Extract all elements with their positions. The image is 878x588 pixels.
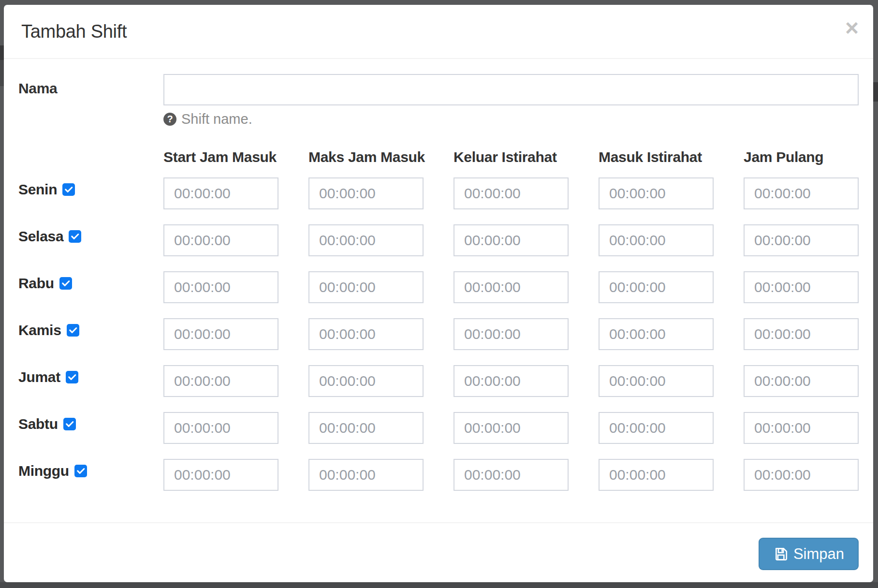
time-input[interactable]	[163, 365, 278, 397]
time-input[interactable]	[454, 459, 569, 491]
check-icon	[68, 325, 78, 335]
nama-field-wrap: ? Shift name.	[163, 74, 859, 127]
time-input[interactable]	[599, 365, 714, 397]
col-header-keluar-istirahat: Keluar Istirahat	[454, 148, 569, 166]
time-input[interactable]	[308, 177, 424, 209]
time-input[interactable]	[308, 459, 424, 491]
time-input[interactable]	[163, 224, 278, 256]
time-input[interactable]	[163, 412, 278, 444]
day-row: Rabu	[18, 271, 859, 303]
check-icon	[61, 279, 71, 288]
help-text: Shift name.	[181, 111, 252, 127]
day-checkbox[interactable]	[74, 465, 87, 477]
day-checkbox[interactable]	[62, 183, 75, 196]
col-header-start-jam-masuk: Start Jam Masuk	[163, 148, 278, 166]
modal-backdrop: Tambah Shift × Nama ? Shift name. Start …	[0, 0, 878, 588]
time-input[interactable]	[744, 224, 859, 256]
time-input[interactable]	[599, 271, 714, 303]
floppy-disk-icon	[773, 546, 789, 562]
day-cell: Minggu	[18, 459, 133, 479]
simpan-button-label: Simpan	[793, 545, 844, 563]
time-input[interactable]	[454, 224, 569, 256]
day-row: Selasa	[18, 224, 859, 256]
col-header-jam-pulang: Jam Pulang	[744, 148, 859, 166]
day-checkbox[interactable]	[69, 230, 81, 243]
time-input[interactable]	[163, 459, 278, 491]
day-label: Kamis	[18, 322, 61, 338]
day-checkbox[interactable]	[66, 371, 78, 383]
col-header-masuk-istirahat: Masuk Istirahat	[599, 148, 714, 166]
day-checkbox[interactable]	[59, 277, 72, 290]
name-form-row: Nama ? Shift name.	[18, 74, 859, 127]
time-input[interactable]	[454, 318, 569, 350]
time-input[interactable]	[454, 177, 569, 209]
day-label: Minggu	[18, 463, 69, 479]
time-input[interactable]	[163, 271, 278, 303]
page-behind-fragment	[0, 60, 4, 86]
shift-name-input[interactable]	[163, 74, 859, 105]
time-input[interactable]	[308, 271, 424, 303]
time-input[interactable]	[599, 318, 714, 350]
time-input[interactable]	[308, 224, 424, 256]
day-row: Sabtu	[18, 412, 859, 444]
day-row: Jumat	[18, 365, 859, 397]
time-input[interactable]	[454, 271, 569, 303]
day-column-spacer	[18, 148, 133, 166]
time-input[interactable]	[308, 318, 424, 350]
check-icon	[67, 372, 77, 382]
day-cell: Selasa	[18, 224, 133, 245]
time-input[interactable]	[744, 177, 859, 209]
time-input[interactable]	[454, 412, 569, 444]
page-behind-fragment	[0, 45, 4, 60]
day-label: Rabu	[18, 275, 54, 292]
time-input[interactable]	[599, 412, 714, 444]
time-input[interactable]	[744, 318, 859, 350]
modal-body: Nama ? Shift name. Start Jam Masuk Maks …	[4, 59, 873, 491]
day-cell: Kamis	[18, 318, 133, 338]
time-input[interactable]	[599, 177, 714, 209]
question-circle-icon: ?	[163, 113, 176, 126]
day-cell: Rabu	[18, 271, 133, 292]
day-cell: Senin	[18, 177, 133, 198]
nama-label: Nama	[18, 74, 163, 127]
day-rows: Senin Selasa	[18, 177, 859, 491]
time-input[interactable]	[744, 459, 859, 491]
day-label: Jumat	[18, 369, 60, 385]
modal-header: Tambah Shift ×	[4, 5, 873, 59]
check-icon	[76, 466, 86, 476]
time-input[interactable]	[454, 365, 569, 397]
day-row: Senin	[18, 177, 859, 209]
time-input[interactable]	[744, 365, 859, 397]
day-label: Selasa	[18, 228, 63, 245]
day-checkbox[interactable]	[67, 324, 79, 337]
check-icon	[65, 419, 74, 429]
time-input[interactable]	[599, 224, 714, 256]
time-input[interactable]	[308, 365, 424, 397]
col-header-maks-jam-masuk: Maks Jam Masuk	[308, 148, 424, 166]
page-behind-fragment	[873, 82, 878, 102]
tambah-shift-modal: Tambah Shift × Nama ? Shift name. Start …	[4, 5, 873, 582]
modal-title: Tambah Shift	[21, 21, 127, 42]
time-input[interactable]	[744, 271, 859, 303]
close-icon[interactable]: ×	[845, 16, 859, 40]
day-row: Minggu	[18, 459, 859, 491]
time-input[interactable]	[163, 177, 278, 209]
help-block: ? Shift name.	[163, 111, 859, 127]
modal-footer: Simpan	[4, 522, 873, 585]
check-icon	[70, 232, 80, 241]
day-cell: Jumat	[18, 365, 133, 385]
time-input[interactable]	[163, 318, 278, 350]
check-icon	[64, 185, 73, 194]
time-input[interactable]	[308, 412, 424, 444]
day-label: Sabtu	[18, 416, 58, 432]
simpan-button[interactable]: Simpan	[759, 538, 859, 570]
day-label: Senin	[18, 181, 57, 198]
day-checkbox[interactable]	[63, 418, 76, 430]
day-cell: Sabtu	[18, 412, 133, 432]
time-input[interactable]	[744, 412, 859, 444]
time-input[interactable]	[599, 459, 714, 491]
column-header-row: Start Jam Masuk Maks Jam Masuk Keluar Is…	[18, 148, 859, 166]
day-row: Kamis	[18, 318, 859, 350]
